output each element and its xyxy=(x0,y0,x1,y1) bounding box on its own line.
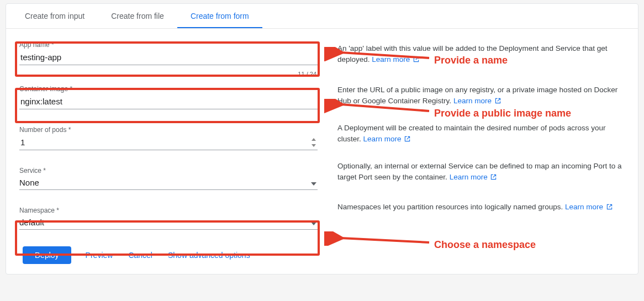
service-label: Service * xyxy=(19,167,318,175)
pods-field: Number of pods * xyxy=(19,126,318,150)
learn-more-link[interactable]: Learn more xyxy=(453,97,492,105)
create-resource-panel: Create from input Create from file Creat… xyxy=(6,3,638,274)
preview-button[interactable]: Preview xyxy=(85,247,114,263)
container-image-label: Container image * xyxy=(19,85,318,93)
tab-create-from-form[interactable]: Create from form xyxy=(177,4,262,28)
external-link-icon xyxy=(606,202,613,208)
app-name-field: App name * 11 / 24 xyxy=(19,41,318,65)
help-pods: A Deployment will be created to maintain… xyxy=(337,123,625,144)
namespace-label: Namespace * xyxy=(19,207,318,214)
chevron-down-icon xyxy=(311,218,316,227)
external-link-icon xyxy=(413,55,419,61)
namespace-value: default xyxy=(19,218,311,227)
service-value: None xyxy=(19,178,311,187)
create-tabs: Create from input Create from file Creat… xyxy=(6,4,638,29)
help-namespace: Namespaces let you partition resources i… xyxy=(337,202,625,220)
learn-more-link[interactable]: Learn more xyxy=(565,203,603,211)
app-name-counter: 11 / 24 xyxy=(298,71,316,77)
external-link-icon xyxy=(495,96,501,102)
pods-label: Number of pods * xyxy=(19,126,318,134)
help-container-image: Enter the URL of a public image on any r… xyxy=(337,85,625,106)
form-actions: Deploy Preview Cancel Show advanced opti… xyxy=(19,242,318,264)
form-column: App name * 11 / 24 Container image * Num… xyxy=(19,41,318,264)
deploy-button[interactable]: Deploy xyxy=(23,246,71,264)
service-field: Service * None xyxy=(19,167,318,190)
chevron-down-icon xyxy=(311,178,316,187)
learn-more-link[interactable]: Learn more xyxy=(450,173,488,181)
app-name-input[interactable] xyxy=(19,52,318,62)
namespace-field: Namespace * default xyxy=(19,207,318,230)
container-image-input[interactable] xyxy=(19,96,318,107)
stepper-icon[interactable] xyxy=(311,138,316,147)
cancel-button[interactable]: Cancel xyxy=(127,247,154,263)
learn-more-link[interactable]: Learn more xyxy=(372,55,410,64)
help-app-name: An 'app' label with this value will be a… xyxy=(337,43,625,65)
show-advanced-button[interactable]: Show advanced options xyxy=(167,247,251,263)
tab-create-from-file[interactable]: Create from file xyxy=(98,4,177,28)
tab-create-from-input[interactable]: Create from input xyxy=(12,4,98,28)
app-name-label: App name * xyxy=(19,41,318,49)
pods-input[interactable] xyxy=(19,137,311,147)
learn-more-link[interactable]: Learn more xyxy=(363,135,402,143)
namespace-select[interactable]: default xyxy=(19,215,318,230)
help-column: An 'app' label with this value will be a… xyxy=(318,41,625,264)
help-namespace-text: Namespaces let you partition resources i… xyxy=(337,203,563,211)
external-link-icon xyxy=(404,134,410,140)
container-image-field: Container image * xyxy=(19,85,318,109)
help-service: Optionally, an internal or external Serv… xyxy=(337,161,625,182)
external-link-icon xyxy=(490,172,497,178)
service-select[interactable]: None xyxy=(19,176,318,190)
